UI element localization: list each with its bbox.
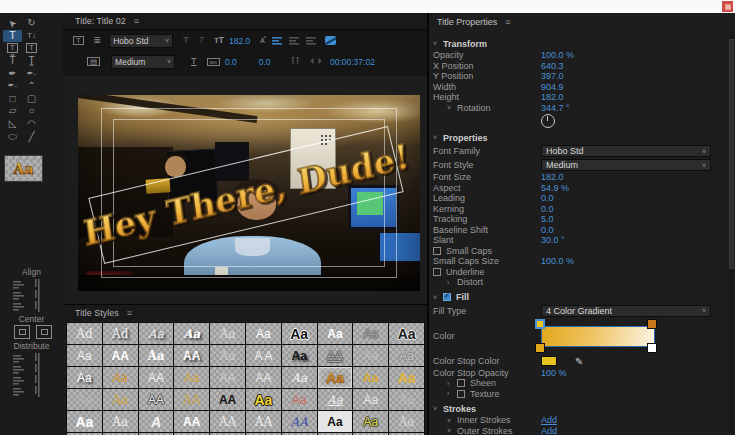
style-swatch[interactable]: AA <box>246 411 281 432</box>
tab-stops-icon[interactable]: ⊺⊺ <box>291 57 300 66</box>
close-button[interactable] <box>722 1 733 12</box>
panel-menu-icon[interactable]: ≡ <box>505 17 509 27</box>
style-swatch[interactable]: Aa <box>67 367 102 388</box>
property-row-rotation[interactable]: ˅Rotation344.7 ° <box>429 103 725 114</box>
style-swatch[interactable]: Aa <box>246 389 281 410</box>
distribute-vertical-even[interactable] <box>35 386 51 397</box>
style-swatch[interactable]: A A <box>246 345 281 366</box>
property-value[interactable]: 0.0 <box>541 193 554 203</box>
gradient-bar[interactable] <box>541 326 655 347</box>
chevron-right-icon[interactable]: › <box>447 390 457 397</box>
italic-icon[interactable]: T <box>199 36 205 45</box>
style-swatch[interactable]: Aa <box>139 345 174 366</box>
leading-value[interactable]: 0.0 <box>259 57 271 67</box>
delete-anchor-tool-icon[interactable]: ✒˗ <box>22 67 41 80</box>
style-swatch[interactable]: A <box>139 411 174 432</box>
style-swatch[interactable]: Aa <box>282 323 317 344</box>
property-value[interactable]: 100.0 % <box>541 256 574 266</box>
color-stop-swatch[interactable] <box>541 356 557 366</box>
style-swatch[interactable]: Aa <box>139 323 174 344</box>
eyedropper-icon[interactable]: ✎ <box>575 356 583 367</box>
style-swatch[interactable]: Aa <box>318 411 353 432</box>
chevron-down-icon[interactable]: ˅ <box>447 417 457 424</box>
property-row-y-position[interactable]: Y Position397.0 <box>429 71 725 82</box>
style-swatch[interactable]: Aa <box>389 411 424 432</box>
new-title-icon[interactable]: T <box>73 36 84 46</box>
ellipse-tool-icon[interactable]: ⬭ <box>3 130 22 143</box>
property-value[interactable]: 54.9 % <box>541 183 569 193</box>
align-vertical-top[interactable] <box>35 279 51 290</box>
roll-crawl-icon[interactable]: ≣ <box>94 36 102 45</box>
arc-tool-icon[interactable]: ◠ <box>22 118 41 131</box>
align-horizontal-center[interactable] <box>13 290 29 301</box>
convert-anchor-tool-icon[interactable]: ⌃ <box>22 80 41 93</box>
style-swatch[interactable]: Aa <box>210 345 245 366</box>
property-row-font-style[interactable]: Font StyleMedium˅ <box>429 158 725 172</box>
style-swatch[interactable]: Aa <box>353 367 388 388</box>
property-value[interactable]: 100 % <box>541 368 567 378</box>
prev-frame-icon[interactable]: ⏴ <box>310 57 315 66</box>
property-value[interactable]: 640.3 <box>541 61 564 71</box>
pen-tool-icon[interactable]: ✒ <box>3 67 22 80</box>
property-row-small-caps-size[interactable]: Small Caps Size100.0 % <box>429 256 725 267</box>
scrollbar[interactable] <box>729 31 734 433</box>
panel-menu-icon[interactable]: ≡ <box>127 308 131 318</box>
style-swatch[interactable]: Aa <box>103 367 138 388</box>
style-swatch[interactable]: Aa <box>282 367 317 388</box>
style-swatch[interactable]: AA <box>139 389 174 410</box>
distribute-vertical-top[interactable] <box>35 353 51 364</box>
rectangle-tool-icon[interactable]: □ <box>3 93 22 106</box>
dropdown-font-style[interactable]: Medium˅ <box>541 159 711 171</box>
gradient-stop-bl[interactable] <box>535 343 545 353</box>
style-swatch[interactable]: Aa <box>353 389 388 410</box>
style-swatch[interactable]: AA <box>174 389 209 410</box>
area-type-tool-icon[interactable]: T <box>3 42 22 55</box>
property-row-opacity[interactable]: Opacity100.0 % <box>429 50 725 61</box>
dropdown-fill-type[interactable]: 4 Color Gradient˅ <box>541 305 711 317</box>
style-swatch[interactable]: Aa <box>389 345 424 366</box>
property-row-aspect[interactable]: Aspect54.9 % <box>429 183 725 194</box>
property-row-x-position[interactable]: X Position640.3 <box>429 61 725 72</box>
property-value[interactable]: 397.0 <box>541 71 564 81</box>
vertical-path-type-tool-icon[interactable]: T̰ <box>22 55 41 68</box>
style-swatch[interactable]: Aa <box>103 389 138 410</box>
chevron-down-icon[interactable]: ˅ <box>447 427 457 434</box>
font-family-dropdown[interactable]: Hobo Std˅ <box>109 34 173 48</box>
line-tool-icon[interactable]: ╱ <box>22 130 41 143</box>
underline-icon[interactable]: T <box>191 57 197 66</box>
chevron-down-icon[interactable]: ˅ <box>433 40 443 47</box>
style-swatch[interactable]: AA <box>246 367 281 388</box>
property-value[interactable]: 904.9 <box>541 82 564 92</box>
style-swatch[interactable]: Aa <box>67 389 102 410</box>
title-panel-header[interactable]: Title: Title 02 ≡ <box>63 13 427 30</box>
style-swatch[interactable]: AA <box>174 411 209 432</box>
property-value[interactable]: 344.7 ° <box>541 103 570 113</box>
center-vertical-center-button[interactable] <box>14 325 30 339</box>
style-swatch[interactable]: AA <box>210 411 245 432</box>
property-row-baseline-shift[interactable]: Baseline Shift0.0 <box>429 225 725 236</box>
property-value[interactable]: 100.0 % <box>541 50 574 60</box>
distribute-horizontal-right[interactable] <box>13 375 29 386</box>
chevron-down-icon[interactable]: ˅ <box>433 405 443 412</box>
style-swatch[interactable]: Aa <box>67 411 102 432</box>
style-swatch[interactable]: Aa <box>353 345 388 366</box>
align-horizontal-left[interactable] <box>13 279 29 290</box>
style-swatch-icon[interactable]: ▤ <box>87 57 100 67</box>
align-vertical-bottom[interactable] <box>35 301 51 312</box>
style-swatch-selected[interactable]: Aa <box>318 367 353 388</box>
circle-tool-icon[interactable]: ○ <box>22 105 41 118</box>
wedge-tool-icon[interactable]: ◺ <box>3 118 22 131</box>
style-swatch[interactable]: Aa <box>389 323 424 344</box>
add-link[interactable]: Add <box>541 415 557 425</box>
chevron-down-icon[interactable]: ˅ <box>433 134 443 141</box>
property-row-color-stop-opacity[interactable]: Color Stop Opacity100 % <box>429 368 725 379</box>
property-row-font-size[interactable]: Font Size182.0 <box>429 172 725 183</box>
style-swatch[interactable]: AA <box>282 411 317 432</box>
property-row-font-family[interactable]: Font FamilyHobo Std˅ <box>429 144 725 158</box>
distribute-vertical-bottom[interactable] <box>35 375 51 386</box>
property-value[interactable]: 30.0 ° <box>541 235 565 245</box>
clipped-rectangle-tool-icon[interactable]: ▱ <box>3 105 22 118</box>
style-swatch[interactable]: Aa <box>174 323 209 344</box>
panel-menu-icon[interactable]: ≡ <box>134 16 138 26</box>
property-row-sheen[interactable]: ›Sheen <box>429 378 725 389</box>
